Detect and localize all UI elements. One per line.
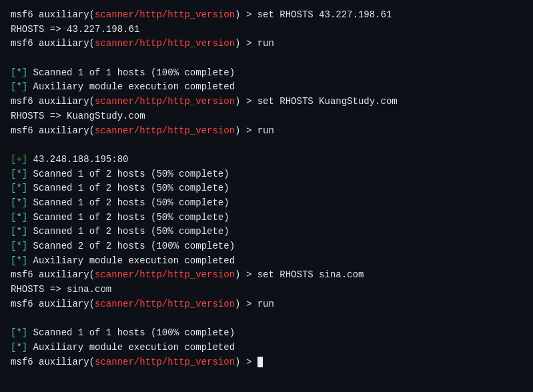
- output-text: Scanned 1 of 2 hosts (50% complete): [27, 197, 229, 208]
- output-text: Auxiliary module execution completed: [27, 81, 235, 92]
- output-text: 43.248.188.195:80: [27, 154, 128, 165]
- prompt-command: ) > run: [235, 38, 274, 49]
- output-text: RHOSTS => sina.com: [11, 284, 111, 295]
- prompt-command: ) > run: [235, 125, 274, 136]
- prompt-prefix: msf6 auxiliary(: [11, 9, 95, 20]
- info-bracket: [*]: [11, 327, 27, 338]
- terminal-line: [*] Auxiliary module execution completed: [11, 254, 522, 269]
- module-name: scanner/http/http_version: [95, 299, 235, 309]
- prompt-command: ) > set RHOSTS sina.com: [235, 269, 364, 280]
- prompt-prefix: msf6 auxiliary(: [11, 357, 95, 367]
- terminal-line: [*] Scanned 1 of 2 hosts (50% complete): [11, 181, 522, 196]
- module-name: scanner/http/http_version: [95, 96, 235, 107]
- prompt-prefix: msf6 auxiliary(: [11, 38, 95, 49]
- output-text: RHOSTS => KuangStudy.com: [11, 111, 145, 121]
- info-bracket: [*]: [11, 241, 27, 251]
- terminal-line: msf6 auxiliary(scanner/http/http_version…: [11, 37, 522, 51]
- terminal-line: [*] Scanned 1 of 2 hosts (50% complete): [11, 225, 522, 239]
- output-text: Scanned 2 of 2 hosts (100% complete): [27, 241, 235, 251]
- terminal-line: [*] Scanned 1 of 2 hosts (50% complete): [11, 196, 522, 211]
- output-text: Scanned 1 of 2 hosts (50% complete): [27, 212, 229, 223]
- terminal-line: RHOSTS => KuangStudy.com: [11, 109, 522, 124]
- prompt-command: ) > set RHOSTS KuangStudy.com: [235, 96, 398, 107]
- output-text: RHOSTS => 43.227.198.61: [11, 24, 139, 35]
- terminal-line: [*] Auxiliary module execution completed: [11, 341, 522, 355]
- info-bracket: [*]: [11, 255, 27, 266]
- info-bracket: [*]: [11, 212, 27, 223]
- terminal-line: [*] Scanned 1 of 1 hosts (100% complete): [11, 326, 522, 341]
- info-bracket: [*]: [11, 67, 27, 78]
- module-name: scanner/http/http_version: [95, 9, 235, 20]
- terminal-line: msf6 auxiliary(scanner/http/http_version…: [11, 95, 522, 109]
- terminal-empty-line: [11, 51, 522, 66]
- output-text: Scanned 1 of 1 hosts (100% complete): [27, 67, 235, 78]
- info-bracket: [*]: [11, 169, 27, 179]
- terminal-line: msf6 auxiliary(scanner/http/http_version…: [11, 297, 522, 312]
- terminal-line: [+] 43.248.188.195:80: [11, 153, 522, 167]
- prompt-command: ) > run: [235, 299, 274, 309]
- terminal-line: RHOSTS => sina.com: [11, 283, 522, 297]
- terminal-line: RHOSTS => 43.227.198.61: [11, 23, 522, 37]
- terminal-empty-line: [11, 311, 522, 326]
- prompt-prefix: msf6 auxiliary(: [11, 96, 95, 107]
- output-text: Auxiliary module execution completed: [27, 342, 235, 353]
- prompt-prefix: msf6 auxiliary(: [11, 269, 95, 280]
- info-bracket: [*]: [11, 81, 27, 92]
- output-text: Scanned 1 of 2 hosts (50% complete): [27, 183, 229, 193]
- terminal-output: msf6 auxiliary(scanner/http/http_version…: [11, 8, 522, 369]
- terminal-window[interactable]: msf6 auxiliary(scanner/http/http_version…: [0, 0, 533, 392]
- module-name: scanner/http/http_version: [95, 269, 235, 280]
- module-name: scanner/http/http_version: [95, 357, 235, 367]
- terminal-line: [*] Auxiliary module execution completed: [11, 80, 522, 95]
- terminal-line: msf6 auxiliary(scanner/http/http_version…: [11, 124, 522, 139]
- prompt-command: ) >: [235, 357, 257, 367]
- cursor: [257, 357, 263, 367]
- prompt-prefix: msf6 auxiliary(: [11, 299, 95, 309]
- prompt-command: ) > set RHOSTS 43.227.198.61: [235, 9, 392, 20]
- info-bracket: [*]: [11, 197, 27, 208]
- terminal-line: [*] Scanned 1 of 2 hosts (50% complete): [11, 211, 522, 225]
- success-bracket: [+]: [11, 154, 27, 165]
- info-bracket: [*]: [11, 226, 27, 237]
- module-name: scanner/http/http_version: [95, 38, 235, 49]
- output-text: Auxiliary module execution completed: [27, 255, 235, 266]
- prompt-prefix: msf6 auxiliary(: [11, 125, 95, 136]
- module-name: scanner/http/http_version: [95, 125, 235, 136]
- output-text: Scanned 1 of 2 hosts (50% complete): [27, 226, 229, 237]
- terminal-active-prompt[interactable]: msf6 auxiliary(scanner/http/http_version…: [11, 355, 522, 370]
- terminal-line: [*] Scanned 1 of 1 hosts (100% complete): [11, 66, 522, 81]
- terminal-empty-line: [11, 138, 522, 153]
- output-text: Scanned 1 of 2 hosts (50% complete): [27, 169, 229, 179]
- terminal-line: msf6 auxiliary(scanner/http/http_version…: [11, 8, 522, 23]
- terminal-line: msf6 auxiliary(scanner/http/http_version…: [11, 268, 522, 283]
- output-text: Scanned 1 of 1 hosts (100% complete): [27, 327, 235, 338]
- info-bracket: [*]: [11, 183, 27, 193]
- terminal-line: [*] Scanned 1 of 2 hosts (50% complete): [11, 167, 522, 182]
- info-bracket: [*]: [11, 342, 27, 353]
- terminal-line: [*] Scanned 2 of 2 hosts (100% complete): [11, 239, 522, 254]
